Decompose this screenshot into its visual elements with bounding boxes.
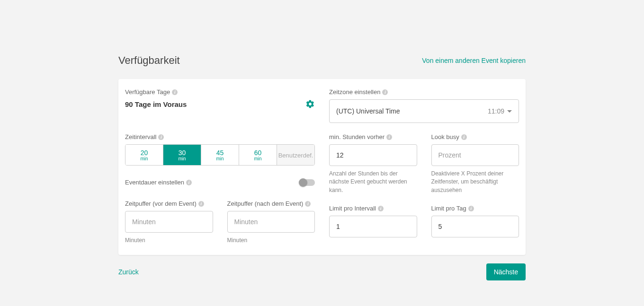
interval-option-45[interactable]: 45 min <box>201 145 239 165</box>
copy-from-event-link[interactable]: Von einem anderen Event kopieren <box>422 57 526 64</box>
info-icon: i <box>186 180 192 185</box>
buffer-before-input[interactable] <box>125 211 213 233</box>
interval-segmented: 20 min 30 min 45 min 60 min Benutzerdef. <box>125 144 315 166</box>
info-icon: i <box>172 89 178 95</box>
timezone-label: Zeitzone einstellen i <box>329 88 519 96</box>
limit-day-label: Limit pro Tag i <box>431 205 519 212</box>
chevron-down-icon <box>507 110 512 113</box>
info-icon: i <box>198 201 204 207</box>
limit-day-input[interactable] <box>431 216 519 237</box>
look-busy-helper: Deaktiviere X Prozent deiner Zeitfenster… <box>431 170 519 194</box>
limit-interval-input[interactable] <box>329 216 417 237</box>
available-days-value: 90 Tage im Voraus <box>125 100 187 108</box>
available-days-label: Verfügbare Tage i <box>125 88 315 96</box>
buffer-before-label: Zeitpuffer (vor dem Event) i <box>125 200 213 207</box>
min-hours-helper: Anzahl der Stunden bis der nächste Event… <box>329 170 417 194</box>
info-icon: i <box>386 134 392 140</box>
look-busy-label: Look busy i <box>431 133 519 140</box>
timezone-time: 11:09 <box>488 107 504 115</box>
timezone-select[interactable]: (UTC) Universal Time 11:09 <box>329 99 519 123</box>
limit-interval-label: Limit pro Intervall i <box>329 205 417 212</box>
min-hours-input[interactable] <box>329 144 417 166</box>
next-button[interactable]: Nächste <box>486 263 526 280</box>
interval-option-20[interactable]: 20 min <box>125 145 163 165</box>
buffer-after-label: Zeitpuffer (nach dem Event) i <box>227 200 315 207</box>
info-icon: i <box>305 201 311 207</box>
info-icon: i <box>468 206 474 211</box>
gear-icon[interactable] <box>305 99 315 109</box>
look-busy-input[interactable] <box>431 144 519 166</box>
interval-label: Zeitintervall i <box>125 133 315 140</box>
buffer-after-input[interactable] <box>227 211 315 233</box>
page-title: Verfügbarkeit <box>118 54 180 67</box>
duration-toggle[interactable] <box>300 179 315 186</box>
interval-option-custom[interactable]: Benutzerdef. <box>277 145 314 165</box>
buffer-before-helper: Minuten <box>125 236 213 245</box>
info-icon: i <box>382 89 388 95</box>
min-hours-label: min. Stunden vorher i <box>329 133 417 140</box>
interval-option-30[interactable]: 30 min <box>163 145 201 165</box>
buffer-after-helper: Minuten <box>227 236 315 245</box>
timezone-name: (UTC) Universal Time <box>336 107 400 115</box>
back-button[interactable]: Zurück <box>118 268 139 276</box>
availability-card: Verfügbare Tage i 90 Tage im Voraus Zeit… <box>118 79 526 255</box>
duration-toggle-label: Eventdauer einstellen i <box>125 179 192 186</box>
info-icon: i <box>158 134 164 140</box>
interval-option-60[interactable]: 60 min <box>239 145 277 165</box>
info-icon: i <box>461 134 467 140</box>
info-icon: i <box>378 206 384 211</box>
